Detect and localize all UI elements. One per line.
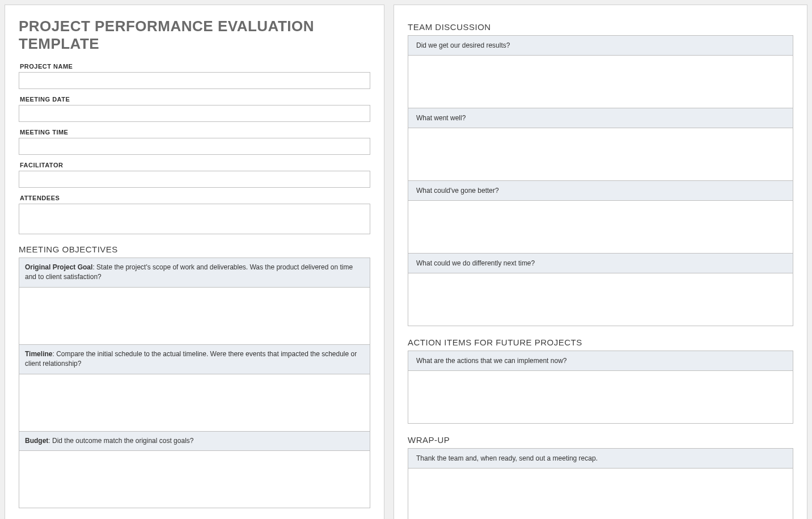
- discussion-block-went-well: What went well?: [408, 108, 793, 181]
- objective-header-timeline: Timeline: Compare the initial schedule t…: [19, 345, 370, 374]
- section-action-items-title: ACTION ITEMS FOR FUTURE PROJECTS: [408, 337, 793, 347]
- wrap-up-block: Thank the team and, when ready, send out…: [408, 448, 793, 519]
- section-team-discussion-title: TEAM DISCUSSION: [408, 22, 793, 32]
- label-facilitator: FACILITATOR: [20, 162, 370, 168]
- discussion-body-results[interactable]: [408, 56, 793, 108]
- discussion-block-better: What could've gone better?: [408, 181, 793, 254]
- wrap-up-body[interactable]: [408, 469, 793, 519]
- wrap-up-prompt: Thank the team and, when ready, send out…: [408, 449, 793, 469]
- input-facilitator[interactable]: [19, 171, 370, 188]
- objective-lead-goal: Original Project Goal: [25, 263, 92, 271]
- objective-block-budget: Budget: Did the outcome match the origin…: [19, 432, 370, 508]
- action-body-implement[interactable]: [408, 371, 793, 423]
- input-meeting-time[interactable]: [19, 138, 370, 155]
- objective-body-goal[interactable]: [19, 288, 370, 344]
- label-meeting-date: MEETING DATE: [20, 96, 370, 103]
- action-items-group: What are the actions that we can impleme…: [408, 351, 793, 424]
- objective-block-goal: Original Project Goal: State the project…: [19, 258, 370, 345]
- action-prompt-implement: What are the actions that we can impleme…: [408, 351, 793, 371]
- discussion-prompt-differently: What could we do differently next time?: [408, 254, 793, 273]
- section-wrap-up-title: WRAP-UP: [408, 435, 793, 445]
- discussion-body-went-well[interactable]: [408, 128, 793, 180]
- objective-body-budget[interactable]: [19, 451, 370, 508]
- objective-text-budget: : Did the outcome match the original cos…: [48, 437, 193, 445]
- input-project-name[interactable]: [19, 72, 370, 89]
- discussion-body-better[interactable]: [408, 201, 793, 253]
- discussion-prompt-better: What could've gone better?: [408, 181, 793, 201]
- objective-lead-timeline: Timeline: [25, 350, 52, 358]
- discussion-block-results: Did we get our desired results?: [408, 35, 793, 108]
- page-left: PROJECT PERFORMANCE EVALUATION TEMPLATE …: [5, 5, 384, 519]
- action-block-implement: What are the actions that we can impleme…: [408, 351, 793, 424]
- page-right: TEAM DISCUSSION Did we get our desired r…: [394, 5, 807, 519]
- objective-block-timeline: Timeline: Compare the initial schedule t…: [19, 345, 370, 432]
- discussion-block-differently: What could we do differently next time?: [408, 254, 793, 326]
- label-attendees: ATTENDEES: [20, 195, 370, 201]
- input-attendees[interactable]: [19, 204, 370, 234]
- team-discussion-group: Did we get our desired results? What wen…: [408, 35, 793, 326]
- label-meeting-time: MEETING TIME: [20, 129, 370, 136]
- discussion-prompt-results: Did we get our desired results?: [408, 36, 793, 56]
- input-meeting-date[interactable]: [19, 105, 370, 122]
- objective-header-budget: Budget: Did the outcome match the origin…: [19, 432, 370, 451]
- discussion-prompt-went-well: What went well?: [408, 108, 793, 128]
- discussion-body-differently[interactable]: [408, 273, 793, 326]
- objective-text-timeline: : Compare the initial schedule to the ac…: [25, 350, 357, 368]
- wrap-up-group: Thank the team and, when ready, send out…: [408, 448, 793, 519]
- objective-lead-budget: Budget: [25, 437, 48, 445]
- section-meeting-objectives-title: MEETING OBJECTIVES: [19, 244, 370, 254]
- label-project-name: PROJECT NAME: [20, 63, 370, 70]
- document-title: PROJECT PERFORMANCE EVALUATION TEMPLATE: [19, 18, 370, 53]
- objective-body-timeline[interactable]: [19, 374, 370, 431]
- objective-header-goal: Original Project Goal: State the project…: [19, 258, 370, 288]
